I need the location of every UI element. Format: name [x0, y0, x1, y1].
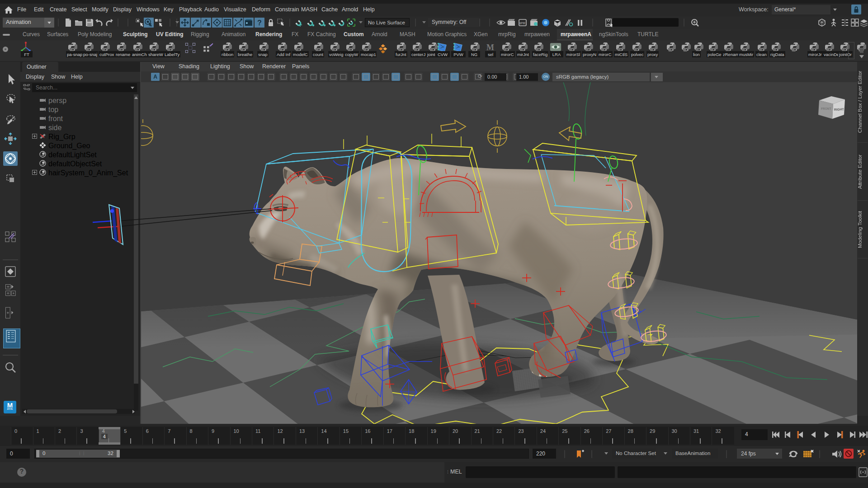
svg-text:FRONT: FRONT: [821, 107, 831, 110]
svg-text:RIGHT: RIGHT: [834, 108, 844, 111]
svg-text:IPR: IPR: [519, 21, 526, 25]
svg-text:M: M: [486, 43, 494, 52]
